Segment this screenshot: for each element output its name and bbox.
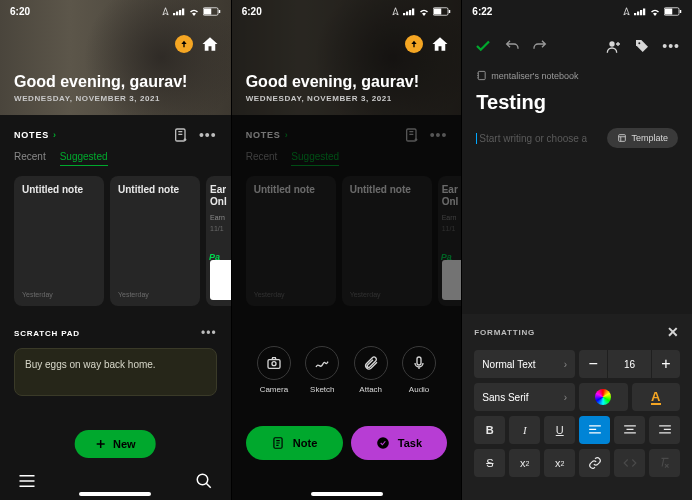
svg-rect-14 (434, 8, 442, 14)
thumbnail (210, 260, 231, 300)
svg-point-18 (272, 362, 276, 366)
redo-icon[interactable] (532, 38, 548, 54)
location-icon (161, 7, 170, 16)
upgrade-icon[interactable] (175, 35, 193, 53)
task-button[interactable]: Task (351, 426, 448, 460)
align-left-icon (588, 424, 602, 436)
wifi-icon (418, 7, 430, 16)
home-icon[interactable] (201, 35, 219, 53)
link-button[interactable] (579, 449, 610, 477)
svg-rect-1 (176, 11, 178, 15)
signal-icon (403, 7, 415, 16)
note-card[interactable]: Untitled note Yesterday (14, 176, 104, 306)
undo-icon[interactable] (504, 38, 520, 54)
svg-rect-24 (640, 10, 642, 15)
close-icon[interactable]: ✕ (667, 324, 680, 340)
text-color-button[interactable] (579, 383, 627, 411)
template-button[interactable]: Template (607, 128, 678, 148)
svg-rect-15 (449, 10, 451, 13)
battery-icon (664, 7, 682, 16)
clear-format-button[interactable] (649, 449, 680, 477)
audio-action[interactable]: Audio (402, 346, 436, 394)
more-icon[interactable]: ••• (199, 127, 217, 143)
italic-button[interactable]: I (509, 416, 540, 444)
superscript-button[interactable]: x2 (509, 449, 540, 477)
tab-recent[interactable]: Recent (14, 151, 46, 166)
status-icons (622, 7, 682, 16)
menu-icon[interactable] (18, 474, 36, 488)
increase-button[interactable]: + (652, 350, 680, 378)
note-card[interactable]: Untitled note Yesterday (110, 176, 200, 306)
link-icon (588, 456, 602, 470)
align-right-button[interactable] (649, 416, 680, 444)
chevron-right-icon: › (53, 130, 57, 140)
svg-rect-22 (634, 13, 636, 15)
date-text: WEDNESDAY, NOVEMBER 3, 2021 (246, 94, 448, 103)
signal-icon (634, 7, 646, 16)
underline-button[interactable]: U (544, 416, 575, 444)
attach-action[interactable]: Attach (354, 346, 388, 394)
strikethrough-button[interactable]: S (474, 449, 505, 477)
new-button[interactable]: New (75, 430, 156, 458)
home-indicator[interactable] (311, 492, 383, 496)
code-icon (623, 456, 637, 470)
upgrade-icon[interactable] (405, 35, 423, 53)
code-button[interactable] (614, 449, 645, 477)
note-button[interactable]: Note (246, 426, 343, 460)
clear-icon (658, 456, 672, 470)
home-indicator[interactable] (79, 492, 151, 496)
sketch-action[interactable]: Sketch (305, 346, 339, 394)
status-bar: 6:22 (462, 0, 692, 22)
subscript-button[interactable]: x2 (544, 449, 575, 477)
battery-icon (203, 7, 221, 16)
note-title[interactable]: Testing (462, 85, 692, 120)
tab-suggested[interactable]: Suggested (60, 151, 108, 166)
svg-rect-17 (268, 360, 280, 369)
camera-action[interactable]: Camera (257, 346, 291, 394)
note-date: Yesterday (118, 291, 192, 298)
svg-point-29 (610, 41, 615, 46)
notebook-breadcrumb[interactable]: mentaliser's notebook (462, 66, 692, 85)
more-icon[interactable]: ••• (201, 326, 217, 340)
notes-title[interactable]: NOTES› (14, 130, 57, 140)
font-size-stepper: − 16 + (579, 350, 680, 378)
bold-button[interactable]: B (474, 416, 505, 444)
home-icon[interactable] (431, 35, 449, 53)
done-icon[interactable] (474, 37, 492, 55)
chevron-right-icon: › (564, 359, 567, 370)
font-family-select[interactable]: Sans Serif › (474, 383, 575, 411)
create-actions: Camera Sketch Attach Audio (232, 346, 462, 394)
audio-icon (411, 355, 427, 371)
align-center-icon (623, 424, 637, 436)
tag-icon[interactable] (634, 38, 650, 54)
task-icon (376, 436, 390, 450)
share-icon[interactable] (606, 38, 622, 54)
greeting-text: Good evening, gaurav! (246, 73, 448, 91)
decrease-button[interactable]: − (579, 350, 607, 378)
camera-icon (266, 355, 282, 371)
notes-row[interactable]: Untitled note Yesterday Untitled note Ye… (0, 176, 231, 306)
editor-placeholder: Start writing or choose a (476, 133, 599, 144)
svg-rect-32 (619, 135, 626, 142)
note-card-partial[interactable]: Ear Onl Earn 11/1 Pa (206, 176, 231, 306)
template-icon (617, 133, 627, 143)
sketch-icon (314, 355, 330, 371)
highlight-button[interactable]: A (632, 383, 680, 411)
highlight-icon: A (651, 390, 660, 405)
paragraph-style-select[interactable]: Normal Text › (474, 350, 575, 378)
plus-icon (95, 438, 107, 450)
note-add-icon[interactable] (173, 127, 189, 143)
svg-rect-3 (182, 8, 184, 15)
align-center-button[interactable] (614, 416, 645, 444)
notebook-icon (476, 70, 487, 81)
status-icons (391, 7, 451, 16)
editor-body[interactable]: Start writing or choose a Template (462, 120, 692, 156)
scratch-pad-input[interactable]: Buy eggs on way back home. (14, 348, 217, 396)
note-title: Untitled note (118, 184, 192, 195)
more-icon[interactable]: ••• (662, 38, 680, 54)
search-icon[interactable] (195, 472, 213, 490)
date-text: WEDNESDAY, NOVEMBER 3, 2021 (14, 94, 217, 103)
svg-point-21 (377, 437, 389, 449)
font-size-value: 16 (608, 350, 651, 378)
align-left-button[interactable] (579, 416, 610, 444)
